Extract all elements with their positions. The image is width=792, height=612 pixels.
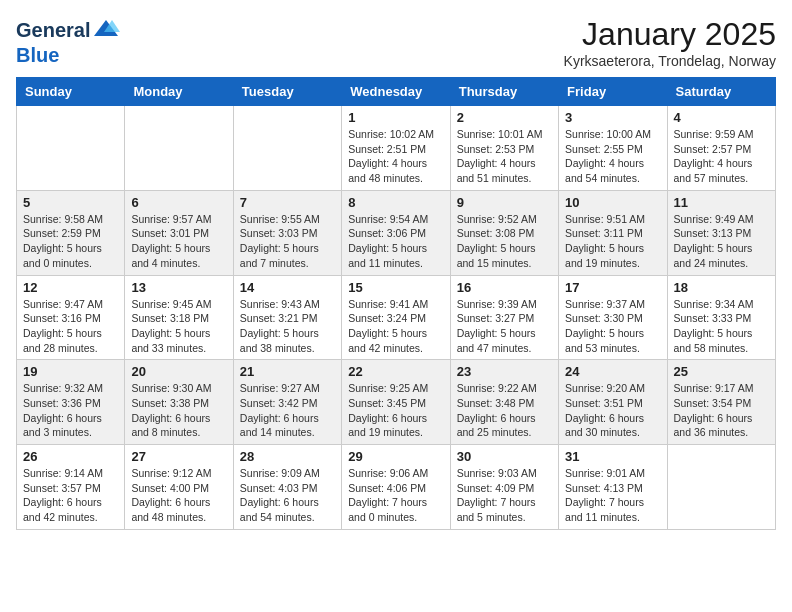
logo-blue: Blue xyxy=(16,44,59,66)
day-number: 5 xyxy=(23,195,118,210)
weekday-header-wednesday: Wednesday xyxy=(342,78,450,106)
day-info: Sunrise: 10:01 AM Sunset: 2:53 PM Daylig… xyxy=(457,127,552,186)
calendar-cell: 17Sunrise: 9:37 AM Sunset: 3:30 PM Dayli… xyxy=(559,275,667,360)
day-number: 14 xyxy=(240,280,335,295)
day-info: Sunrise: 9:59 AM Sunset: 2:57 PM Dayligh… xyxy=(674,127,769,186)
day-number: 27 xyxy=(131,449,226,464)
day-info: Sunrise: 9:20 AM Sunset: 3:51 PM Dayligh… xyxy=(565,381,660,440)
day-info: Sunrise: 10:00 AM Sunset: 2:55 PM Daylig… xyxy=(565,127,660,186)
day-number: 22 xyxy=(348,364,443,379)
calendar-week-4: 19Sunrise: 9:32 AM Sunset: 3:36 PM Dayli… xyxy=(17,360,776,445)
day-info: Sunrise: 9:34 AM Sunset: 3:33 PM Dayligh… xyxy=(674,297,769,356)
day-number: 1 xyxy=(348,110,443,125)
calendar-cell: 15Sunrise: 9:41 AM Sunset: 3:24 PM Dayli… xyxy=(342,275,450,360)
day-number: 23 xyxy=(457,364,552,379)
calendar-cell xyxy=(17,106,125,191)
calendar-cell: 8Sunrise: 9:54 AM Sunset: 3:06 PM Daylig… xyxy=(342,190,450,275)
day-number: 2 xyxy=(457,110,552,125)
calendar-cell: 6Sunrise: 9:57 AM Sunset: 3:01 PM Daylig… xyxy=(125,190,233,275)
day-number: 18 xyxy=(674,280,769,295)
calendar-cell: 14Sunrise: 9:43 AM Sunset: 3:21 PM Dayli… xyxy=(233,275,341,360)
calendar-week-5: 26Sunrise: 9:14 AM Sunset: 3:57 PM Dayli… xyxy=(17,445,776,530)
calendar-cell: 7Sunrise: 9:55 AM Sunset: 3:03 PM Daylig… xyxy=(233,190,341,275)
day-number: 28 xyxy=(240,449,335,464)
calendar-cell: 20Sunrise: 9:30 AM Sunset: 3:38 PM Dayli… xyxy=(125,360,233,445)
calendar-week-1: 1Sunrise: 10:02 AM Sunset: 2:51 PM Dayli… xyxy=(17,106,776,191)
day-info: Sunrise: 9:57 AM Sunset: 3:01 PM Dayligh… xyxy=(131,212,226,271)
calendar-cell: 29Sunrise: 9:06 AM Sunset: 4:06 PM Dayli… xyxy=(342,445,450,530)
calendar-cell: 16Sunrise: 9:39 AM Sunset: 3:27 PM Dayli… xyxy=(450,275,558,360)
day-number: 31 xyxy=(565,449,660,464)
day-number: 29 xyxy=(348,449,443,464)
day-number: 9 xyxy=(457,195,552,210)
day-info: Sunrise: 9:54 AM Sunset: 3:06 PM Dayligh… xyxy=(348,212,443,271)
calendar-cell: 13Sunrise: 9:45 AM Sunset: 3:18 PM Dayli… xyxy=(125,275,233,360)
calendar-cell: 26Sunrise: 9:14 AM Sunset: 3:57 PM Dayli… xyxy=(17,445,125,530)
day-number: 10 xyxy=(565,195,660,210)
page-header: General Blue January 2025 Kyrksaeterora,… xyxy=(16,16,776,69)
calendar-cell xyxy=(125,106,233,191)
day-info: Sunrise: 9:37 AM Sunset: 3:30 PM Dayligh… xyxy=(565,297,660,356)
day-info: Sunrise: 9:25 AM Sunset: 3:45 PM Dayligh… xyxy=(348,381,443,440)
calendar-cell: 5Sunrise: 9:58 AM Sunset: 2:59 PM Daylig… xyxy=(17,190,125,275)
day-number: 24 xyxy=(565,364,660,379)
day-number: 19 xyxy=(23,364,118,379)
day-number: 3 xyxy=(565,110,660,125)
calendar-cell: 3Sunrise: 10:00 AM Sunset: 2:55 PM Dayli… xyxy=(559,106,667,191)
day-number: 30 xyxy=(457,449,552,464)
day-info: Sunrise: 9:06 AM Sunset: 4:06 PM Dayligh… xyxy=(348,466,443,525)
day-info: Sunrise: 9:09 AM Sunset: 4:03 PM Dayligh… xyxy=(240,466,335,525)
calendar-cell: 18Sunrise: 9:34 AM Sunset: 3:33 PM Dayli… xyxy=(667,275,775,360)
day-info: Sunrise: 9:17 AM Sunset: 3:54 PM Dayligh… xyxy=(674,381,769,440)
day-number: 12 xyxy=(23,280,118,295)
location-text: Kyrksaeterora, Trondelag, Norway xyxy=(564,53,776,69)
day-info: Sunrise: 9:58 AM Sunset: 2:59 PM Dayligh… xyxy=(23,212,118,271)
day-info: Sunrise: 9:22 AM Sunset: 3:48 PM Dayligh… xyxy=(457,381,552,440)
day-info: Sunrise: 9:51 AM Sunset: 3:11 PM Dayligh… xyxy=(565,212,660,271)
day-number: 4 xyxy=(674,110,769,125)
day-info: Sunrise: 9:43 AM Sunset: 3:21 PM Dayligh… xyxy=(240,297,335,356)
day-number: 20 xyxy=(131,364,226,379)
day-number: 15 xyxy=(348,280,443,295)
day-info: Sunrise: 9:32 AM Sunset: 3:36 PM Dayligh… xyxy=(23,381,118,440)
calendar-cell: 4Sunrise: 9:59 AM Sunset: 2:57 PM Daylig… xyxy=(667,106,775,191)
day-number: 11 xyxy=(674,195,769,210)
calendar-cell: 9Sunrise: 9:52 AM Sunset: 3:08 PM Daylig… xyxy=(450,190,558,275)
day-info: Sunrise: 9:45 AM Sunset: 3:18 PM Dayligh… xyxy=(131,297,226,356)
weekday-header-thursday: Thursday xyxy=(450,78,558,106)
calendar-cell: 31Sunrise: 9:01 AM Sunset: 4:13 PM Dayli… xyxy=(559,445,667,530)
calendar-week-2: 5Sunrise: 9:58 AM Sunset: 2:59 PM Daylig… xyxy=(17,190,776,275)
day-number: 21 xyxy=(240,364,335,379)
day-info: Sunrise: 9:30 AM Sunset: 3:38 PM Dayligh… xyxy=(131,381,226,440)
day-number: 6 xyxy=(131,195,226,210)
calendar-cell: 25Sunrise: 9:17 AM Sunset: 3:54 PM Dayli… xyxy=(667,360,775,445)
day-info: Sunrise: 9:47 AM Sunset: 3:16 PM Dayligh… xyxy=(23,297,118,356)
day-number: 16 xyxy=(457,280,552,295)
month-title: January 2025 xyxy=(564,16,776,53)
calendar-cell: 22Sunrise: 9:25 AM Sunset: 3:45 PM Dayli… xyxy=(342,360,450,445)
day-info: Sunrise: 9:55 AM Sunset: 3:03 PM Dayligh… xyxy=(240,212,335,271)
day-info: Sunrise: 9:27 AM Sunset: 3:42 PM Dayligh… xyxy=(240,381,335,440)
calendar-cell: 30Sunrise: 9:03 AM Sunset: 4:09 PM Dayli… xyxy=(450,445,558,530)
weekday-header-sunday: Sunday xyxy=(17,78,125,106)
logo: General Blue xyxy=(16,16,120,66)
day-number: 13 xyxy=(131,280,226,295)
logo-general: General xyxy=(16,19,90,41)
calendar-table: SundayMondayTuesdayWednesdayThursdayFrid… xyxy=(16,77,776,530)
weekday-header-tuesday: Tuesday xyxy=(233,78,341,106)
calendar-cell: 19Sunrise: 9:32 AM Sunset: 3:36 PM Dayli… xyxy=(17,360,125,445)
day-info: Sunrise: 9:52 AM Sunset: 3:08 PM Dayligh… xyxy=(457,212,552,271)
day-number: 25 xyxy=(674,364,769,379)
day-info: Sunrise: 9:41 AM Sunset: 3:24 PM Dayligh… xyxy=(348,297,443,356)
day-info: Sunrise: 10:02 AM Sunset: 2:51 PM Daylig… xyxy=(348,127,443,186)
day-info: Sunrise: 9:39 AM Sunset: 3:27 PM Dayligh… xyxy=(457,297,552,356)
calendar-cell: 1Sunrise: 10:02 AM Sunset: 2:51 PM Dayli… xyxy=(342,106,450,191)
day-number: 17 xyxy=(565,280,660,295)
calendar-cell: 27Sunrise: 9:12 AM Sunset: 4:00 PM Dayli… xyxy=(125,445,233,530)
day-info: Sunrise: 9:12 AM Sunset: 4:00 PM Dayligh… xyxy=(131,466,226,525)
day-number: 8 xyxy=(348,195,443,210)
weekday-header-monday: Monday xyxy=(125,78,233,106)
day-number: 26 xyxy=(23,449,118,464)
day-info: Sunrise: 9:49 AM Sunset: 3:13 PM Dayligh… xyxy=(674,212,769,271)
weekday-header-friday: Friday xyxy=(559,78,667,106)
